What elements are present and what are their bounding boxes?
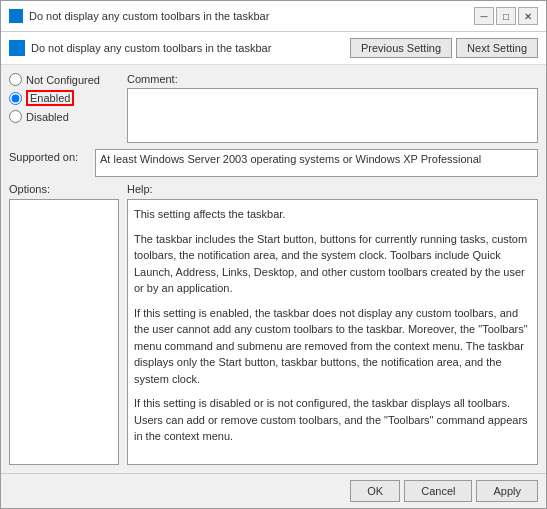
comment-textarea[interactable] bbox=[127, 88, 538, 143]
footer: OK Cancel Apply bbox=[1, 473, 546, 508]
content-area: Not Configured Enabled Disabled Comment:… bbox=[1, 65, 546, 473]
top-section: Not Configured Enabled Disabled Comment: bbox=[9, 73, 538, 143]
header-row: Do not display any custom toolbars in th… bbox=[1, 32, 546, 65]
supported-row: Supported on: At least Windows Server 20… bbox=[9, 149, 538, 177]
minimize-button[interactable]: ─ bbox=[474, 7, 494, 25]
help-content: This setting affects the taskbar.The tas… bbox=[127, 199, 538, 465]
header-title-area: Do not display any custom toolbars in th… bbox=[9, 40, 271, 56]
not-configured-radio-item[interactable]: Not Configured bbox=[9, 73, 119, 86]
previous-setting-button[interactable]: Previous Setting bbox=[350, 38, 452, 58]
disabled-label: Disabled bbox=[26, 111, 69, 123]
title-bar: Do not display any custom toolbars in th… bbox=[1, 1, 546, 32]
policy-icon bbox=[9, 40, 25, 56]
main-dialog: Do not display any custom toolbars in th… bbox=[0, 0, 547, 509]
disabled-radio-item[interactable]: Disabled bbox=[9, 110, 119, 123]
title-bar-controls: ─ □ ✕ bbox=[474, 7, 538, 25]
supported-label: Supported on: bbox=[9, 149, 89, 163]
help-paragraph: The taskbar includes the Start button, b… bbox=[134, 231, 531, 297]
enabled-radio[interactable] bbox=[9, 92, 22, 105]
options-box bbox=[9, 199, 119, 465]
apply-button[interactable]: Apply bbox=[476, 480, 538, 502]
ok-button[interactable]: OK bbox=[350, 480, 400, 502]
not-configured-radio[interactable] bbox=[9, 73, 22, 86]
maximize-button[interactable]: □ bbox=[496, 7, 516, 25]
next-setting-button[interactable]: Next Setting bbox=[456, 38, 538, 58]
title-bar-text: Do not display any custom toolbars in th… bbox=[29, 10, 468, 22]
cancel-button[interactable]: Cancel bbox=[404, 480, 472, 502]
comment-label: Comment: bbox=[127, 73, 538, 85]
bottom-section: Options: Help: This setting affects the … bbox=[9, 183, 538, 465]
enabled-radio-item[interactable]: Enabled bbox=[9, 90, 119, 106]
radio-group: Not Configured Enabled Disabled bbox=[9, 73, 119, 143]
help-label: Help: bbox=[127, 183, 538, 195]
options-label: Options: bbox=[9, 183, 119, 195]
comment-section: Comment: bbox=[127, 73, 538, 143]
help-paragraph: This setting affects the taskbar. bbox=[134, 206, 531, 223]
help-paragraph: If this setting is enabled, the taskbar … bbox=[134, 305, 531, 388]
header-buttons: Previous Setting Next Setting bbox=[350, 38, 538, 58]
help-paragraph: If this setting is disabled or is not co… bbox=[134, 395, 531, 445]
header-title-text: Do not display any custom toolbars in th… bbox=[31, 42, 271, 54]
enabled-label: Enabled bbox=[26, 90, 74, 106]
close-button[interactable]: ✕ bbox=[518, 7, 538, 25]
supported-value: At least Windows Server 2003 operating s… bbox=[95, 149, 538, 177]
help-section: Help: This setting affects the taskbar.T… bbox=[127, 183, 538, 465]
disabled-radio[interactable] bbox=[9, 110, 22, 123]
dialog-icon bbox=[9, 9, 23, 23]
not-configured-label: Not Configured bbox=[26, 74, 100, 86]
options-section: Options: bbox=[9, 183, 119, 465]
